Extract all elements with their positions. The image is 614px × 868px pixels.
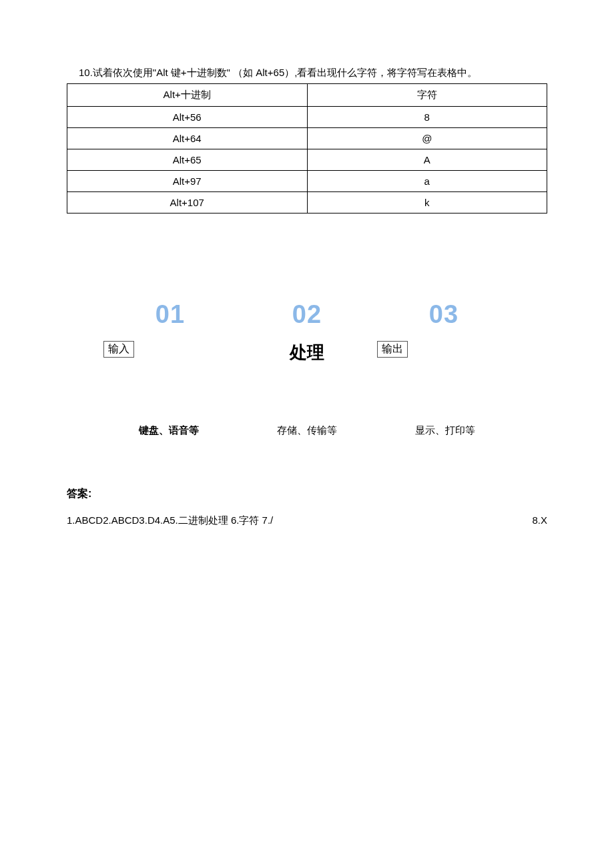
examples-row: 键盘、语音等 存储、传输等 显示、打印等 [67, 424, 547, 437]
table-cell: @ [307, 128, 547, 149]
table-cell: a [307, 171, 547, 192]
step-process: 02 处理 [240, 300, 374, 364]
step-input: 01 输入 [103, 300, 237, 364]
table-header-row: Alt+十进制 字符 [67, 84, 547, 107]
table-header-cell: 字符 [307, 84, 547, 107]
table-row: Alt+65 A [67, 149, 547, 171]
table-cell: A [307, 149, 547, 171]
table-row: Alt+97 a [67, 171, 547, 192]
step-label: 处理 [290, 341, 324, 364]
answers-right: 8.X [532, 514, 547, 527]
example-input: 键盘、语音等 [100, 424, 238, 437]
table-cell: Alt+107 [67, 192, 308, 213]
answers-left: 1.ABCD2.ABCD3.D4.A5.二进制处理 6.字符 7./ [67, 514, 273, 527]
process-diagram: 01 输入 02 处理 03 输出 [67, 300, 547, 364]
table-cell: Alt+65 [67, 149, 308, 171]
example-output: 显示、打印等 [376, 424, 514, 437]
step-number: 02 [292, 300, 322, 329]
table-cell: Alt+64 [67, 128, 308, 149]
step-output: 03 输出 [377, 300, 511, 364]
step-number: 03 [429, 300, 458, 329]
table-cell: 8 [307, 107, 547, 128]
table-cell: Alt+56 [67, 107, 308, 128]
table-cell: Alt+97 [67, 171, 308, 192]
answers-line: 1.ABCD2.ABCD3.D4.A5.二进制处理 6.字符 7./ 8.X [67, 514, 547, 527]
example-process: 存储、传输等 [238, 424, 376, 437]
answers-title: 答案: [67, 487, 547, 501]
alt-character-table: Alt+十进制 字符 Alt+56 8 Alt+64 @ Alt+65 A Al… [67, 83, 547, 213]
table-row: Alt+107 k [67, 192, 547, 213]
step-label: 输入 [103, 341, 134, 358]
table-header-cell: Alt+十进制 [67, 84, 308, 107]
table-row: Alt+56 8 [67, 107, 547, 128]
step-number: 01 [156, 300, 185, 329]
table-cell: k [307, 192, 547, 213]
table-row: Alt+64 @ [67, 128, 547, 149]
question-text: 10.试着依次使用"Alt 键+十进制数" （如 Alt+65）,看看出现什么字… [67, 67, 547, 79]
step-label: 输出 [377, 341, 408, 358]
